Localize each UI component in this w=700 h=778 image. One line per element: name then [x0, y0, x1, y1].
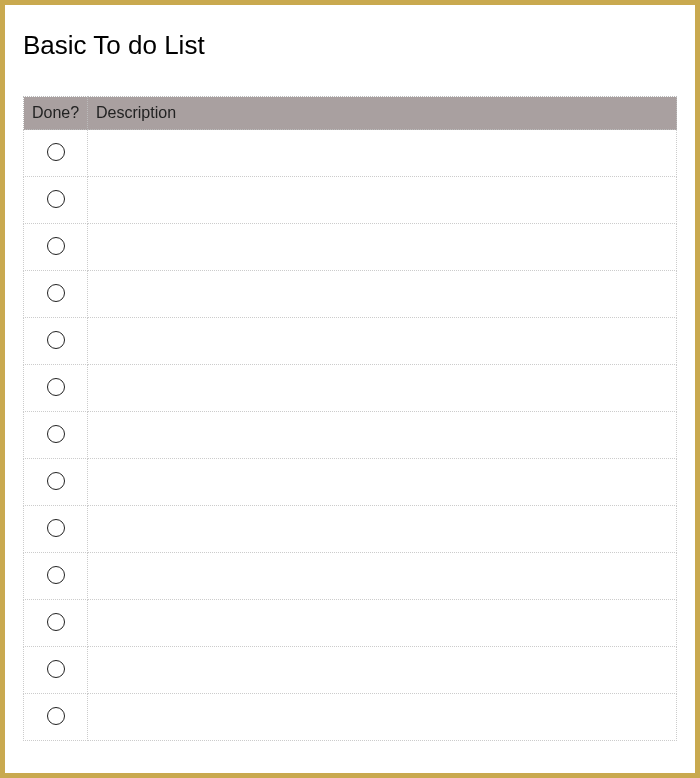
- checkbox-circle-icon[interactable]: [47, 143, 65, 161]
- page-title: Basic To do List: [23, 30, 677, 61]
- table-header-row: Done? Description: [24, 97, 677, 130]
- description-cell[interactable]: [88, 271, 677, 318]
- todo-table: Done? Description: [23, 96, 677, 741]
- table-row: [24, 600, 677, 647]
- table-row: [24, 130, 677, 177]
- done-cell: [24, 459, 88, 506]
- checkbox-circle-icon[interactable]: [47, 284, 65, 302]
- description-cell[interactable]: [88, 459, 677, 506]
- description-cell[interactable]: [88, 553, 677, 600]
- done-cell: [24, 177, 88, 224]
- table-row: [24, 224, 677, 271]
- checkbox-circle-icon[interactable]: [47, 566, 65, 584]
- description-cell[interactable]: [88, 365, 677, 412]
- description-cell[interactable]: [88, 318, 677, 365]
- header-done: Done?: [24, 97, 88, 130]
- done-cell: [24, 224, 88, 271]
- done-cell: [24, 553, 88, 600]
- checkbox-circle-icon[interactable]: [47, 237, 65, 255]
- done-cell: [24, 647, 88, 694]
- checkbox-circle-icon[interactable]: [47, 190, 65, 208]
- done-cell: [24, 600, 88, 647]
- table-row: [24, 271, 677, 318]
- header-description: Description: [88, 97, 677, 130]
- checkbox-circle-icon[interactable]: [47, 472, 65, 490]
- description-cell[interactable]: [88, 506, 677, 553]
- checkbox-circle-icon[interactable]: [47, 519, 65, 537]
- done-cell: [24, 365, 88, 412]
- done-cell: [24, 318, 88, 365]
- checkbox-circle-icon[interactable]: [47, 707, 65, 725]
- table-row: [24, 177, 677, 224]
- done-cell: [24, 130, 88, 177]
- checkbox-circle-icon[interactable]: [47, 331, 65, 349]
- checkbox-circle-icon[interactable]: [47, 613, 65, 631]
- table-row: [24, 647, 677, 694]
- document-frame: Basic To do List Done? Description: [0, 0, 700, 778]
- description-cell[interactable]: [88, 600, 677, 647]
- table-row: [24, 553, 677, 600]
- description-cell[interactable]: [88, 130, 677, 177]
- done-cell: [24, 506, 88, 553]
- done-cell: [24, 412, 88, 459]
- checkbox-circle-icon[interactable]: [47, 660, 65, 678]
- table-row: [24, 318, 677, 365]
- checkbox-circle-icon[interactable]: [47, 378, 65, 396]
- done-cell: [24, 694, 88, 741]
- description-cell[interactable]: [88, 177, 677, 224]
- description-cell[interactable]: [88, 694, 677, 741]
- description-cell[interactable]: [88, 412, 677, 459]
- table-row: [24, 365, 677, 412]
- table-row: [24, 412, 677, 459]
- checkbox-circle-icon[interactable]: [47, 425, 65, 443]
- table-row: [24, 694, 677, 741]
- description-cell[interactable]: [88, 647, 677, 694]
- description-cell[interactable]: [88, 224, 677, 271]
- table-row: [24, 459, 677, 506]
- done-cell: [24, 271, 88, 318]
- table-row: [24, 506, 677, 553]
